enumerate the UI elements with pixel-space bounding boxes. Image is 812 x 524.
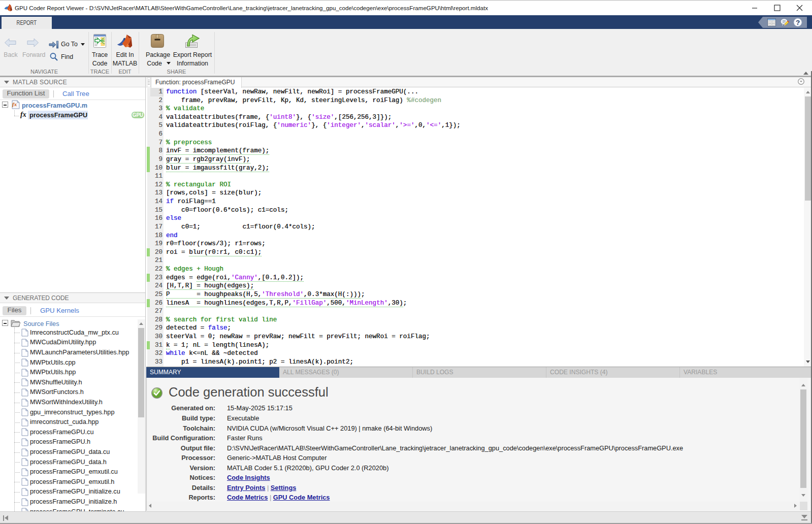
svg-text:?: ? — [796, 19, 800, 26]
svg-text:fx: fx — [12, 101, 17, 107]
